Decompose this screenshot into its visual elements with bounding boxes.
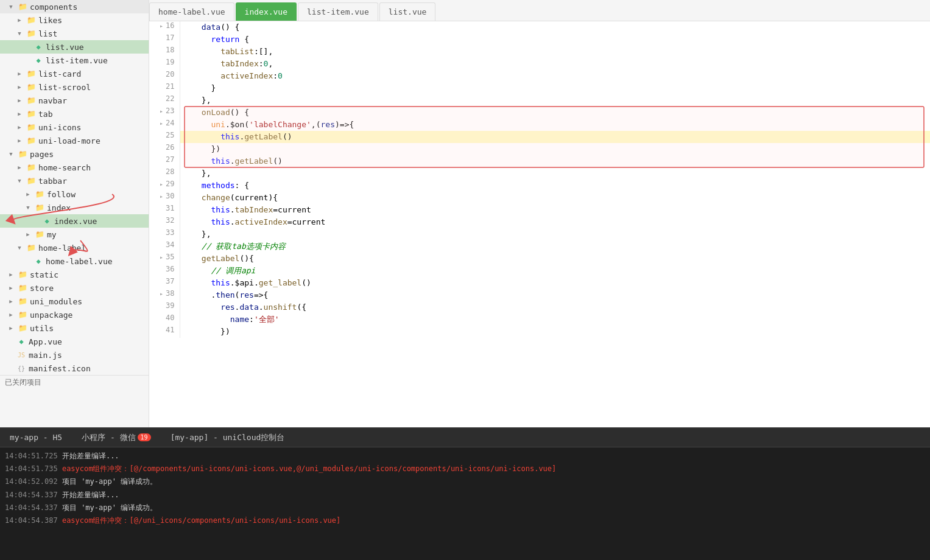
sidebar-item-index-folder[interactable]: ▼📁index [0, 201, 149, 214]
line-number-text: 37 [166, 277, 174, 285]
sidebar-item-my[interactable]: ▶📁my [0, 228, 149, 241]
arrow-icon: ▶ [15, 138, 24, 144]
log-line: 14:04:51.735 easycom组件冲突：[@/components/u… [5, 463, 925, 475]
arrow-icon: ▶ [15, 97, 24, 103]
tab-home-label-tab[interactable]: home-label.vue [149, 2, 234, 21]
fold-indicator[interactable]: ▸ [157, 23, 166, 29]
sidebar-item-label: pages [30, 150, 54, 159]
sidebar-item-manifest-icon[interactable]: {}manifest.icon [0, 362, 149, 375]
line-number-text: 19 [166, 58, 174, 66]
file-icon: ◆ [16, 337, 27, 346]
code-line-17: 17 return { [149, 33, 930, 46]
line-content: }) [180, 143, 930, 155]
line-number: 21 [149, 82, 180, 94]
sidebar-item-likes[interactable]: ▶📁likes [0, 13, 149, 27]
sidebar-item-static[interactable]: ▶📁static [0, 268, 149, 281]
sidebar-item-label: uni-load-more [38, 136, 100, 145]
line-number-text: 28 [166, 167, 174, 176]
code-line-41: 41 }) [149, 326, 930, 338]
file-icon: ◆ [33, 43, 44, 51]
sidebar-item-label: index [47, 203, 71, 212]
bottom-tab-unicloud[interactable]: [my-app] - uniCloud控制台 [161, 428, 295, 447]
line-number-text: 26 [166, 143, 174, 152]
code-line-24: ▸24 uni.$on('labelChange',(res)=>{ [149, 119, 930, 131]
line-number-text: 20 [166, 70, 174, 79]
line-content: methods: { [180, 180, 930, 192]
line-number-text: 40 [166, 313, 174, 322]
sidebar-item-uni-modules[interactable]: ▶📁uni_modules [0, 295, 149, 308]
folder-icon: 📁 [17, 324, 28, 332]
sidebar-item-pages[interactable]: ▼📁pages [0, 147, 149, 161]
line-content: uni.$on('labelChange',(res)=>{ [180, 119, 930, 131]
arrow-icon: ▶ [15, 164, 24, 170]
sidebar-item-label: utils [30, 324, 54, 333]
code-line-22: 22 }, [149, 94, 930, 107]
arrow-icon: ▶ [6, 312, 16, 318]
sidebar-item-list-card[interactable]: ▶📁list-card [0, 67, 149, 80]
sidebar-item-list-item-vue[interactable]: ◆list-item.vue [0, 54, 149, 67]
folder-icon: 📁 [26, 69, 37, 78]
sidebar-item-navbar[interactable]: ▶📁navbar [0, 94, 149, 107]
sidebar-item-home-label[interactable]: ▼📁home-label [0, 241, 149, 254]
tab-list-item-tab[interactable]: list-item.vue [298, 2, 378, 21]
line-number: 32 [149, 216, 180, 228]
folder-icon: 📁 [17, 2, 28, 11]
bottom-tab-mini-program[interactable]: 小程序 - 微信19 [72, 428, 161, 447]
folder-icon: 📁 [17, 284, 28, 292]
line-number-text: 30 [166, 192, 174, 200]
line-number-text: 38 [166, 289, 174, 298]
line-number: ▸24 [149, 119, 180, 131]
sidebar-item-follow[interactable]: ▶📁follow [0, 187, 149, 201]
code-editor[interactable]: ▸16 data() {17 return {18 tabList:[],19 … [149, 21, 930, 427]
fold-indicator[interactable]: ▸ [157, 254, 166, 261]
sidebar-item-main-js[interactable]: JSmain.js [0, 348, 149, 362]
arrow-icon: ▶ [6, 325, 16, 331]
fold-indicator[interactable]: ▸ [157, 181, 166, 187]
code-line-29: ▸29 methods: { [149, 180, 930, 192]
line-number: 28 [149, 167, 180, 180]
sidebar-item-unpackage[interactable]: ▶📁unpackage [0, 308, 149, 321]
tab-index-tab[interactable]: index.vue [236, 2, 297, 21]
line-content: }, [180, 94, 930, 107]
line-number: 31 [149, 204, 180, 216]
sidebar-item-uni-icons[interactable]: ▶📁uni-icons [0, 121, 149, 134]
sidebar-item-store[interactable]: ▶📁store [0, 281, 149, 295]
sidebar-item-uni-load-more[interactable]: ▶📁uni-load-more [0, 134, 149, 147]
fold-indicator[interactable]: ▸ [157, 108, 166, 114]
sidebar-item-label: tab [38, 110, 52, 119]
folder-icon: 📁 [17, 310, 28, 319]
sidebar-item-label: list-item.vue [46, 56, 108, 65]
line-number: ▸35 [149, 253, 180, 265]
sidebar-item-list-scrool[interactable]: ▶📁list-scrool [0, 80, 149, 94]
line-number: 19 [149, 58, 180, 70]
fold-indicator[interactable]: ▸ [157, 193, 166, 200]
close-files-bar[interactable]: 已关闭项目 [0, 375, 149, 390]
sidebar-item-index-vue[interactable]: ◆index.vue [0, 214, 149, 228]
sidebar-item-utils[interactable]: ▶📁utils [0, 321, 149, 335]
sidebar-item-components[interactable]: ▼📁components [0, 0, 149, 13]
folder-icon: 📁 [26, 29, 37, 38]
sidebar-item-app-vue[interactable]: ◆App.vue [0, 335, 149, 348]
bottom-tab-my-app-h5[interactable]: my-app - H5 [0, 428, 72, 447]
file-icon: ◆ [33, 56, 44, 65]
sidebar-item-tabbar[interactable]: ▼📁tabbar [0, 174, 149, 187]
sidebar-item-list-vue[interactable]: ◆list.vue [0, 40, 149, 54]
log-line: 14:04:51.725 开始差量编译... [5, 450, 925, 463]
fold-indicator[interactable]: ▸ [157, 120, 166, 127]
line-content: // 调用api [180, 265, 930, 277]
line-number: 22 [149, 94, 180, 107]
sidebar-item-list[interactable]: ▼📁list [0, 27, 149, 40]
line-number-text: 17 [166, 33, 174, 42]
sidebar-item-home-label-vue[interactable]: ◆home-label.vue [0, 254, 149, 268]
line-number-text: 33 [166, 228, 174, 237]
tab-list-tab[interactable]: list.vue [379, 2, 436, 21]
file-icon: ◆ [33, 257, 44, 265]
fold-indicator[interactable]: ▸ [157, 290, 166, 297]
sidebar-item-home-search[interactable]: ▶📁home-search [0, 161, 149, 174]
arrow-icon: ▶ [15, 71, 24, 77]
line-number-text: 21 [166, 82, 174, 91]
folder-icon: 📁 [26, 110, 37, 118]
line-number-text: 25 [166, 131, 174, 139]
sidebar-item-label: home-search [38, 163, 91, 172]
sidebar-item-tab[interactable]: ▶📁tab [0, 107, 149, 121]
